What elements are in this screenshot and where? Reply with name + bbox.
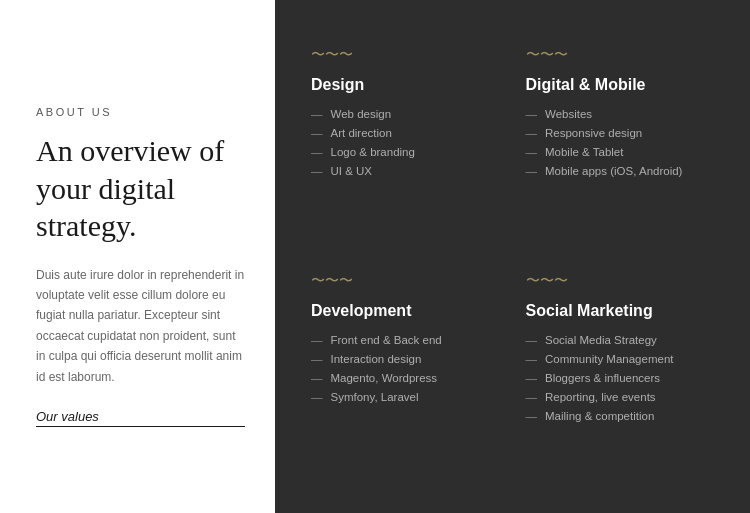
list-item: Web design	[311, 108, 496, 120]
services-grid: 〜〜〜DesignWeb designArt directionLogo & b…	[275, 0, 750, 513]
list-item: Social Media Strategy	[526, 334, 711, 346]
wave-icon-design: 〜〜〜	[311, 46, 496, 64]
list-item: Magento, Wordpress	[311, 372, 496, 384]
service-title-design: Design	[311, 76, 496, 94]
list-item: Bloggers & influencers	[526, 372, 711, 384]
list-item: Front end & Back end	[311, 334, 496, 346]
list-item: Mailing & competition	[526, 410, 711, 422]
about-label: ABOUT US	[36, 106, 245, 118]
list-item: Symfony, Laravel	[311, 391, 496, 403]
service-block-design: 〜〜〜DesignWeb designArt directionLogo & b…	[311, 36, 506, 252]
service-block-social-marketing: 〜〜〜Social MarketingSocial Media Strategy…	[526, 262, 721, 478]
service-block-development: 〜〜〜DevelopmentFront end & Back endIntera…	[311, 262, 506, 478]
list-item: Responsive design	[526, 127, 711, 139]
wave-icon-digital-mobile: 〜〜〜	[526, 46, 711, 64]
list-item: Mobile apps (iOS, Android)	[526, 165, 711, 177]
service-title-development: Development	[311, 302, 496, 320]
list-item: Logo & branding	[311, 146, 496, 158]
list-item: Reporting, live events	[526, 391, 711, 403]
list-item: Interaction design	[311, 353, 496, 365]
list-item: Websites	[526, 108, 711, 120]
list-item: Art direction	[311, 127, 496, 139]
list-item: Community Management	[526, 353, 711, 365]
left-panel: ABOUT US An overview of your digital str…	[0, 0, 275, 513]
list-item: UI & UX	[311, 165, 496, 177]
headline: An overview of your digital strategy.	[36, 132, 245, 245]
wave-icon-development: 〜〜〜	[311, 272, 496, 290]
service-block-digital-mobile: 〜〜〜Digital & MobileWebsitesResponsive de…	[526, 36, 721, 252]
our-values-link[interactable]: Our values	[36, 409, 245, 427]
service-list-design: Web designArt directionLogo & brandingUI…	[311, 108, 496, 177]
description: Duis aute irure dolor in reprehenderit i…	[36, 265, 245, 387]
list-item: Mobile & Tablet	[526, 146, 711, 158]
service-title-social-marketing: Social Marketing	[526, 302, 711, 320]
wave-icon-social-marketing: 〜〜〜	[526, 272, 711, 290]
service-list-development: Front end & Back endInteraction designMa…	[311, 334, 496, 403]
service-list-digital-mobile: WebsitesResponsive designMobile & Tablet…	[526, 108, 711, 177]
service-title-digital-mobile: Digital & Mobile	[526, 76, 711, 94]
service-list-social-marketing: Social Media StrategyCommunity Managemen…	[526, 334, 711, 422]
